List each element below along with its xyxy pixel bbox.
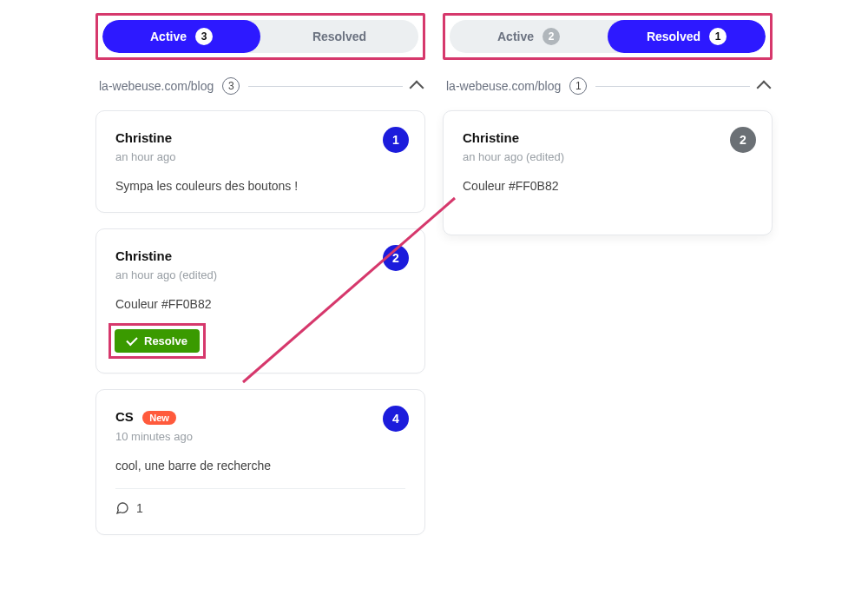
resolve-button[interactable]: Resolve [115, 329, 200, 353]
replies-row[interactable]: 1 [115, 488, 405, 515]
page-count: 3 [222, 77, 240, 95]
comment-body: Sympa les couleurs des boutons ! [115, 179, 405, 193]
chevron-up-icon[interactable] [410, 81, 424, 96]
comment-number-badge: 2 [383, 245, 409, 271]
tab-resolved-right[interactable]: Resolved 1 [608, 20, 766, 53]
comment-author: Christine [463, 130, 753, 145]
tab-label: Resolved [647, 30, 700, 43]
replies-count: 1 [136, 501, 143, 515]
tab-label: Resolved [312, 30, 366, 43]
left-column: Active 3 Resolved la-webeuse.com/blog 3 … [95, 13, 425, 551]
tab-resolved-left[interactable]: Resolved [260, 20, 418, 53]
page-url: la-webeuse.com/blog [446, 79, 561, 93]
comment-meta: an hour ago [115, 150, 405, 163]
comment-number-badge: 2 [730, 127, 756, 153]
comment-author: CS [115, 409, 134, 424]
tab-count-badge: 1 [709, 28, 727, 45]
comment-author: Christine [115, 130, 405, 145]
tab-label: Active [497, 30, 534, 43]
tab-label: Active [150, 30, 187, 43]
comment-number-badge: 4 [383, 406, 409, 432]
comment-number-badge: 1 [383, 127, 409, 153]
divider [248, 86, 403, 87]
comment-body: Couleur #FF0B82 [115, 297, 405, 311]
comment-card[interactable]: 2 Christine an hour ago (edited) Couleur… [443, 110, 773, 235]
comment-card[interactable]: 1 Christine an hour ago Sympa les couleu… [95, 110, 425, 213]
resolve-label: Resolve [144, 334, 187, 347]
left-tabs-highlight: Active 3 Resolved [95, 13, 425, 60]
page-row-right[interactable]: la-webeuse.com/blog 1 [443, 77, 773, 95]
comment-card[interactable]: 2 Christine an hour ago (edited) Couleur… [95, 228, 425, 374]
comment-meta: an hour ago (edited) [463, 150, 753, 163]
tab-count-badge: 3 [195, 28, 213, 45]
comment-body: Couleur #FF0B82 [463, 179, 753, 193]
left-tabs: Active 3 Resolved [102, 20, 418, 53]
resolve-highlight: Resolve [108, 323, 206, 359]
tab-active-left[interactable]: Active 3 [102, 20, 260, 53]
tab-count-badge: 2 [542, 28, 560, 45]
right-tabs-highlight: Active 2 Resolved 1 [443, 13, 773, 60]
chat-icon [115, 501, 129, 515]
new-badge: New [142, 411, 176, 425]
comment-card[interactable]: 4 CS New 10 minutes ago cool, une barre … [95, 389, 425, 535]
comment-body: cool, une barre de recherche [115, 459, 405, 473]
divider [595, 86, 750, 87]
right-tabs: Active 2 Resolved 1 [450, 20, 766, 53]
comment-author: Christine [115, 248, 405, 263]
comment-meta: an hour ago (edited) [115, 268, 405, 281]
page-url: la-webeuse.com/blog [99, 79, 214, 93]
page-count: 1 [569, 77, 587, 95]
comment-meta: 10 minutes ago [115, 430, 405, 443]
page-row-left[interactable]: la-webeuse.com/blog 3 [95, 77, 425, 95]
tab-active-right[interactable]: Active 2 [450, 20, 608, 53]
check-icon [126, 334, 137, 345]
chevron-up-icon[interactable] [757, 81, 772, 96]
right-column: Active 2 Resolved 1 la-webeuse.com/blog … [443, 13, 773, 551]
